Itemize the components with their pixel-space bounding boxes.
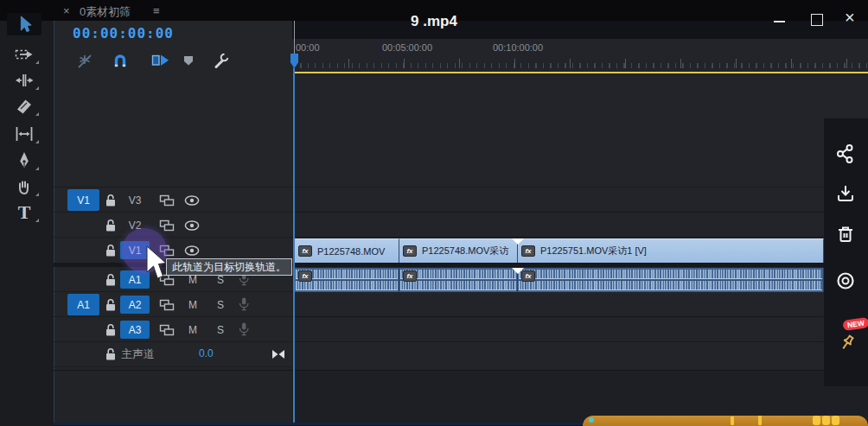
selection-tool[interactable] [7, 13, 41, 35]
audio-clip[interactable]: fx [399, 268, 518, 292]
timeline-settings-wrench-icon[interactable] [213, 52, 230, 69]
lane-divider [292, 212, 824, 213]
track-header-v2: V2 [54, 213, 292, 238]
ruler-label: 00:05:00:00 [382, 42, 432, 53]
lane-divider [292, 341, 824, 342]
video-clip[interactable]: fx P1225751.MOV采访1 [V] [518, 238, 824, 263]
fx-badge: fx [521, 245, 535, 257]
watermark-mark [758, 416, 762, 425]
lock-icon[interactable] [105, 347, 117, 361]
record-icon[interactable] [835, 270, 856, 291]
sync-lock-icon[interactable] [159, 324, 175, 336]
track-output-eye-icon[interactable] [184, 245, 200, 256]
mute-button[interactable]: M [186, 274, 200, 286]
fx-badge: fx [298, 245, 312, 257]
pen-tool[interactable] [7, 149, 41, 172]
mute-button[interactable]: M [186, 299, 200, 311]
lock-icon[interactable] [105, 194, 117, 207]
playhead-line[interactable] [293, 68, 295, 423]
track-target-a3-button[interactable]: A3 [120, 321, 150, 339]
watermark-mark [731, 416, 734, 425]
solo-button[interactable]: S [214, 274, 227, 286]
clip-label: P1225748.MOV采访 [422, 245, 508, 258]
tooltip: 此轨道为目标切换轨道。 [166, 258, 292, 276]
waveform [296, 281, 398, 290]
lane-divider [292, 316, 824, 317]
master-level-value[interactable]: 0.0 [199, 347, 214, 359]
type-tool-glyph: T [18, 201, 31, 224]
slip-tool[interactable] [7, 123, 41, 145]
waveform [519, 270, 822, 279]
ruler-label: 00:10:00:00 [493, 42, 543, 53]
lock-icon[interactable] [105, 298, 117, 312]
slip-icon [14, 124, 35, 144]
timeline-empty-area [292, 371, 868, 423]
audio-clip[interactable]: fx [518, 268, 824, 292]
pin-icon[interactable] [835, 333, 858, 355]
watermark-mark [832, 416, 839, 425]
track-select-icon [14, 44, 35, 65]
ruler-label: 00:00 [296, 42, 320, 53]
edit-point-marker-icon [512, 268, 524, 274]
type-tool[interactable]: T [7, 201, 41, 224]
voiceover-mic-icon[interactable] [238, 321, 250, 337]
divider [54, 370, 868, 371]
watermark-bar [583, 416, 868, 426]
download-icon[interactable] [835, 183, 856, 204]
audio-clip[interactable]: fx [295, 268, 399, 292]
video-player-window: × 0素材初筛 ≡ 9 .mp4 × [0, 0, 868, 426]
timeline-area[interactable] [292, 39, 868, 423]
lock-icon[interactable] [105, 219, 117, 232]
lock-icon[interactable] [105, 244, 117, 258]
track-target-a2-button[interactable]: A2 [120, 296, 150, 314]
playhead-upper-line [294, 21, 295, 55]
work-area-bar [295, 72, 868, 73]
divider [54, 366, 292, 367]
clip-label: P1225751.MOV采访1 [V] [540, 245, 647, 258]
ripple-edit-tool[interactable] [7, 69, 41, 92]
trash-icon[interactable] [835, 224, 856, 245]
track-header-a3: A3 M S [54, 317, 292, 342]
track-header-a2: A1 A2 M S [54, 292, 292, 317]
video-clip[interactable]: fx P1225748.MOV [295, 238, 399, 263]
lock-icon[interactable] [105, 323, 117, 337]
add-marker-icon[interactable] [182, 54, 195, 67]
master-track-label: 主声道 [121, 347, 155, 362]
linked-selection-icon[interactable] [151, 53, 170, 68]
ripple-edit-icon [14, 70, 35, 91]
solo-button[interactable]: S [214, 299, 227, 311]
razor-icon [14, 96, 35, 117]
watermark-mark [813, 416, 820, 425]
track-output-eye-icon[interactable] [184, 220, 200, 231]
maximize-button[interactable] [811, 14, 823, 26]
lock-icon[interactable] [105, 273, 117, 287]
selection-arrow-icon [15, 15, 34, 34]
snap-magnet-icon[interactable] [112, 52, 129, 69]
video-clip[interactable]: fx P1225748.MOV采访 [399, 238, 518, 263]
mute-button[interactable]: M [186, 324, 200, 336]
sync-lock-icon[interactable] [159, 299, 175, 311]
hand-tool[interactable] [7, 175, 41, 198]
waveform [519, 281, 822, 290]
track-select-forward-tool[interactable] [7, 43, 41, 66]
minimize-button[interactable] [774, 21, 785, 22]
waveform [400, 270, 516, 279]
source-patch-v1-button[interactable]: V1 [67, 189, 99, 211]
header-empty-area [54, 371, 292, 423]
channel-divider [518, 280, 823, 281]
share-icon[interactable] [835, 143, 856, 164]
ruler-ticks[interactable] [293, 55, 868, 68]
razor-tool[interactable] [7, 95, 41, 118]
close-button[interactable]: × [845, 8, 855, 28]
track-output-eye-icon[interactable] [184, 195, 200, 206]
sync-lock-icon[interactable] [159, 219, 175, 232]
master-meter-icon[interactable] [271, 349, 285, 359]
fx-badge: fx [403, 245, 417, 257]
voiceover-mic-icon[interactable] [238, 296, 250, 312]
track-target-v3-button[interactable]: V3 [120, 191, 150, 209]
playhead-timecode[interactable]: 00:00:00:00 [73, 25, 174, 41]
sync-lock-icon[interactable] [159, 194, 175, 207]
source-patch-a1-button[interactable]: A1 [67, 294, 99, 315]
solo-button[interactable]: S [214, 324, 227, 336]
nested-sequence-insert-icon[interactable] [76, 53, 93, 70]
